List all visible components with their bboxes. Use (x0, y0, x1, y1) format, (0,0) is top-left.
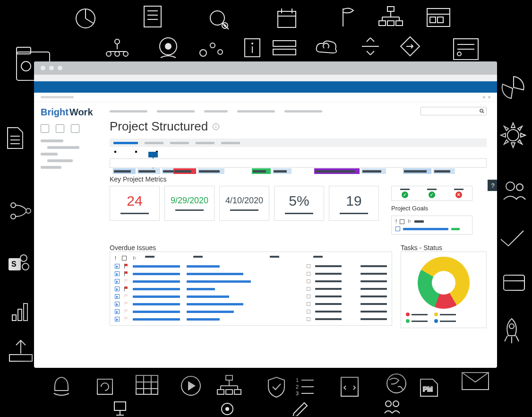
tab-control-icon[interactable] (483, 96, 485, 98)
tab-control-icon[interactable] (488, 96, 490, 98)
col-header[interactable] (270, 256, 279, 258)
browser-address-bar[interactable] (34, 75, 497, 81)
checkbox-icon[interactable] (307, 302, 310, 306)
timeline-segment[interactable] (113, 168, 136, 174)
window-control-icon[interactable] (58, 66, 62, 70)
nav-item[interactable] (157, 110, 195, 113)
checkbox-icon[interactable] (307, 310, 310, 313)
window-control-icon[interactable] (49, 66, 54, 70)
issue-row[interactable] (115, 302, 387, 306)
svg-rect-18 (387, 7, 394, 11)
play-icon[interactable] (115, 264, 120, 269)
goals-title: Project Goals (391, 205, 472, 212)
globe-icon (385, 372, 408, 395)
metric-card[interactable]: 19 (329, 186, 379, 221)
rocket-icon (500, 317, 523, 345)
tab-active[interactable] (113, 142, 138, 144)
timeline-segment[interactable] (173, 168, 196, 174)
play-icon[interactable] (115, 309, 120, 314)
issue-meta (315, 265, 342, 267)
timeline-segment[interactable] (137, 168, 160, 174)
action-move-icon[interactable] (56, 124, 64, 133)
play-icon[interactable] (115, 294, 120, 299)
dots-flow-icon (198, 41, 225, 58)
timeline-segment[interactable] (252, 168, 271, 174)
checkbox-icon[interactable] (307, 272, 310, 276)
checkbox-icon[interactable] (400, 219, 404, 224)
sidebar-item[interactable] (47, 146, 79, 149)
tasks-status-card (401, 252, 487, 328)
bell-icon (49, 374, 74, 398)
timeline-segment[interactable] (433, 168, 455, 174)
info-icon[interactable]: i (213, 123, 219, 130)
issue-row[interactable] (115, 317, 387, 321)
search-icon (480, 109, 484, 113)
help-tab[interactable]: ? (488, 180, 497, 191)
tasks-title: Tasks - Status (401, 244, 487, 252)
col-header[interactable] (193, 256, 203, 258)
play-icon[interactable] (115, 279, 120, 284)
legend-color-icon (434, 319, 438, 323)
nav-item[interactable] (204, 110, 228, 113)
issue-row[interactable] (115, 294, 387, 299)
metric-value: 4/10/2020 (225, 196, 263, 206)
action-share-icon[interactable] (41, 124, 49, 133)
issue-row[interactable] (115, 287, 387, 291)
svg-point-97 (506, 182, 515, 191)
checkbox-icon[interactable] (307, 287, 310, 291)
timeline-marker-icon[interactable] (148, 152, 158, 157)
brand-logo[interactable]: BrightWork (41, 107, 98, 118)
action-list-icon[interactable] (71, 124, 79, 133)
tab-item[interactable] (196, 142, 215, 144)
play-icon[interactable] (395, 226, 400, 231)
nav-item[interactable] (284, 110, 322, 113)
sidebar-item[interactable] (47, 159, 73, 162)
play-icon[interactable] (115, 317, 120, 321)
timeline-segment[interactable] (361, 168, 386, 174)
issue-row[interactable] (115, 264, 387, 269)
metric-card[interactable]: 9/29/2020 (164, 186, 215, 221)
sidebar-item[interactable] (41, 166, 61, 169)
tab-placeholder[interactable] (41, 96, 74, 98)
svg-point-42 (251, 43, 253, 44)
col-header[interactable] (313, 256, 323, 258)
window-control-icon[interactable] (41, 66, 45, 70)
metric-label (230, 209, 258, 211)
legend-color-icon (406, 313, 410, 316)
issue-row[interactable] (115, 309, 387, 314)
checkbox-icon[interactable] (307, 279, 310, 283)
timeline-segment[interactable] (314, 168, 360, 174)
timeline-segment[interactable] (403, 168, 431, 174)
nav-item[interactable] (237, 110, 275, 113)
goal-label (414, 220, 424, 223)
timeline-segment[interactable] (273, 168, 292, 174)
issue-title-bar (133, 295, 180, 298)
checkbox-icon[interactable] (307, 317, 310, 321)
tab-item[interactable] (221, 142, 240, 144)
checkbox-icon[interactable] (307, 264, 310, 268)
issue-assignee-bar (187, 295, 229, 298)
metric-value: 19 (346, 193, 361, 209)
col-header[interactable] (145, 256, 154, 258)
play-icon[interactable] (115, 302, 120, 306)
issue-assignee-bar (187, 318, 220, 321)
timeline-segment[interactable] (198, 168, 224, 174)
metric-card[interactable]: 5% (274, 186, 324, 221)
search-input[interactable] (420, 107, 487, 115)
tab-item[interactable] (145, 142, 163, 144)
play-icon[interactable] (115, 287, 120, 291)
nav-item[interactable] (110, 110, 147, 113)
svg-point-38 (200, 50, 206, 56)
tab-item[interactable] (170, 142, 189, 144)
issue-row[interactable] (115, 279, 387, 284)
metric-card[interactable]: 24 (110, 186, 160, 221)
issue-assignee-bar (187, 311, 234, 313)
timeline[interactable] (110, 151, 487, 169)
issue-row[interactable] (115, 271, 387, 276)
play-icon[interactable] (115, 271, 120, 276)
checkbox-icon[interactable] (307, 295, 310, 298)
metric-card[interactable]: 4/10/2020 (219, 186, 269, 221)
checkbox-icon (122, 256, 127, 261)
sidebar-item[interactable] (41, 139, 63, 142)
sidebar-item[interactable] (41, 153, 58, 156)
